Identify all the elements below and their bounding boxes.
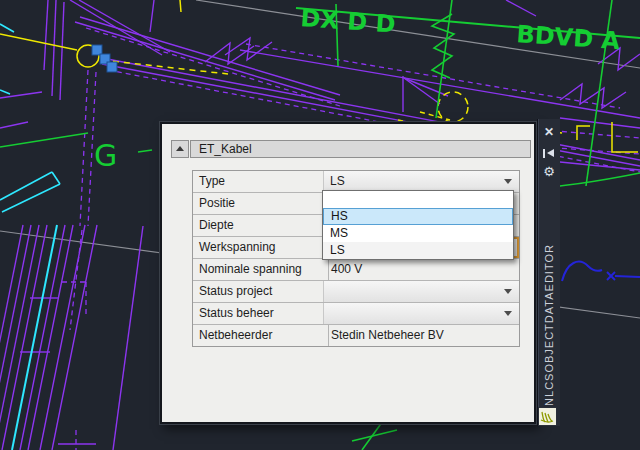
cad-text-g: G bbox=[94, 138, 117, 173]
properties-button[interactable]: ⚙ bbox=[538, 163, 560, 181]
chevron-down-icon[interactable] bbox=[504, 289, 512, 294]
selection-grips[interactable] bbox=[92, 45, 117, 72]
palette-titlebar[interactable]: ✕ ⚙ NLCSOBJECTDATAEDITOR bbox=[537, 119, 560, 426]
table-row-nominale-spanning: Nominale spanning 400 V bbox=[193, 259, 519, 281]
close-button[interactable]: ✕ bbox=[538, 123, 560, 141]
app-window: G DX D D BDVD A ET_Kabel Type LS bbox=[0, 0, 640, 450]
type-dropdown-list: HS MS LS bbox=[322, 190, 514, 260]
dropdown-item-ms[interactable]: MS bbox=[323, 225, 513, 242]
cad-text-right: BDVD A bbox=[516, 20, 622, 55]
type-combobox[interactable]: LS bbox=[323, 171, 519, 192]
table-row-netbeheerder: Netbeheerder Stedin Netbeheer BV bbox=[193, 325, 519, 346]
dropdown-item-ls[interactable]: LS bbox=[323, 242, 513, 259]
table-row-status-beheer: Status beheer bbox=[193, 303, 519, 325]
cad-text-left: DX D D bbox=[300, 4, 397, 39]
collapse-arrow-icon bbox=[176, 146, 184, 151]
nominale-spanning-value: 400 V bbox=[323, 259, 519, 280]
row-label: Netbeheerder bbox=[193, 325, 329, 346]
status-project-combobox[interactable] bbox=[323, 281, 519, 302]
row-label: Diepte bbox=[193, 215, 329, 236]
nlcs-logo-icon bbox=[539, 408, 556, 425]
dropdown-item-blank[interactable] bbox=[323, 191, 513, 208]
autohide-arrow-icon bbox=[547, 149, 554, 157]
object-data-editor-panel: ET_Kabel Type LS Positie Diepte bbox=[160, 122, 536, 424]
row-label: Positie bbox=[193, 193, 329, 214]
netbeheerder-value: Stedin Netbeheer BV bbox=[323, 325, 519, 346]
autohide-button[interactable] bbox=[538, 144, 560, 162]
steep-cable-bundle bbox=[0, 225, 97, 450]
cyan-cables bbox=[0, 24, 60, 450]
row-label: Status project bbox=[193, 281, 329, 302]
nlcs-logo bbox=[538, 407, 557, 426]
row-label: Werkspanning bbox=[193, 237, 329, 258]
gear-icon: ⚙ bbox=[543, 164, 555, 179]
collapse-button[interactable] bbox=[171, 140, 189, 158]
palette-title: NLCSOBJECTDATAEDITOR bbox=[543, 244, 555, 406]
dropdown-item-hs[interactable]: HS bbox=[323, 208, 513, 225]
row-label: Status beheer bbox=[193, 303, 329, 324]
autohide-pin-icon bbox=[543, 149, 545, 158]
status-beheer-combobox[interactable] bbox=[323, 303, 519, 324]
chevron-down-icon[interactable] bbox=[504, 311, 512, 316]
row-label: Type bbox=[193, 171, 329, 192]
row-label: Nominale spanning bbox=[193, 259, 329, 280]
type-combobox-value: LS bbox=[324, 171, 519, 192]
panel-title: ET_Kabel bbox=[190, 140, 531, 158]
chevron-down-icon[interactable] bbox=[504, 179, 512, 184]
close-icon: ✕ bbox=[544, 125, 554, 139]
blue-cable bbox=[562, 262, 640, 281]
table-row-status-project: Status project bbox=[193, 281, 519, 303]
